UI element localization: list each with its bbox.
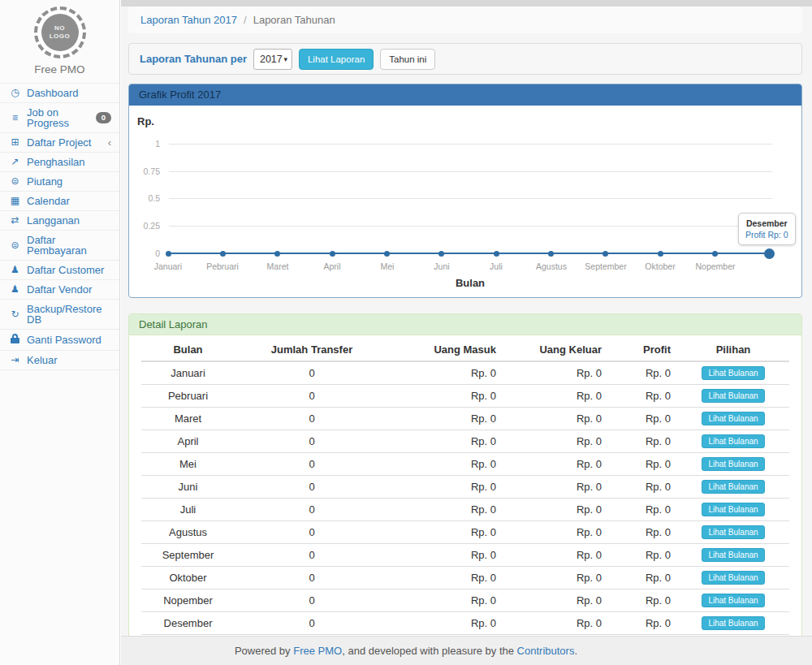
lihat-bulanan-button[interactable]: Lihat Bulanan [702, 389, 764, 403]
table-row: Oktober 0 Rp. 0 Rp. 0 Rp. 0 Lihat Bulana… [141, 567, 789, 589]
sidebar-item-daftar-project[interactable]: ⊞ Daftar Project ‹ [0, 133, 119, 153]
year-select[interactable]: 2017 ▾ [253, 49, 292, 70]
x-tick-label: Mei [360, 261, 415, 271]
data-point-mei[interactable] [384, 251, 390, 257]
dashboard-icon: ◷ [8, 88, 22, 98]
sidebar-item-keluar[interactable]: ⇥ Keluar [0, 351, 119, 370]
y-axis-title: Rp. [137, 115, 154, 127]
data-point-desember-highlighted[interactable] [764, 248, 775, 259]
sidebar-item-backup-restore-db[interactable]: ↻ Backup/Restore DB [0, 300, 119, 330]
data-point-september[interactable] [603, 251, 608, 257]
data-point-juni[interactable] [438, 251, 444, 257]
footer-text: Powered by Free PMO, and developed with … [235, 645, 577, 657]
cell-uang-masuk: Rp. 0 [389, 544, 503, 567]
table-row: Agustus 0 Rp. 0 Rp. 0 Rp. 0 Lihat Bulana… [141, 521, 789, 544]
chart-panel-title: Grafik Profit 2017 [129, 84, 801, 106]
data-point-juli[interactable] [494, 251, 499, 257]
table-row: September 0 Rp. 0 Rp. 0 Rp. 0 Lihat Bula… [141, 544, 789, 567]
cell-jumlah-transfer: 0 [235, 361, 389, 385]
top-strip [121, 0, 812, 6]
sidebar-item-label: Langganan [27, 215, 80, 226]
lihat-bulanan-button[interactable]: Lihat Bulanan [702, 503, 764, 516]
cell-uang-masuk: Rp. 0 [389, 408, 503, 430]
lihat-bulanan-button[interactable]: Lihat Bulanan [702, 412, 764, 425]
x-tick-label: Agustus [524, 261, 579, 271]
cell-bulan: Desember [141, 612, 235, 635]
data-point-maret[interactable] [274, 251, 280, 257]
cell-profit: Rp. 0 [608, 430, 677, 453]
cell-profit: Rp. 0 [608, 499, 677, 521]
money-icon: ⊜ [8, 176, 22, 187]
footer-period: . [574, 645, 577, 657]
data-point-januari[interactable] [166, 251, 171, 257]
sidebar-item-label: Daftar Customer [27, 265, 104, 275]
table-header-row: Bulan Jumlah Transfer Uang Masuk Uang Ke… [141, 339, 789, 361]
lihat-bulanan-button[interactable]: Lihat Bulanan [702, 616, 764, 630]
cell-bulan: April [141, 430, 235, 453]
table-row: Nopember 0 Rp. 0 Rp. 0 Rp. 0 Lihat Bulan… [141, 589, 789, 612]
cell-jumlah-transfer: 0 [235, 521, 389, 544]
cell-jumlah-transfer: 0 [235, 499, 389, 521]
data-point-agustus[interactable] [548, 251, 554, 257]
sidebar-nav: ◷ Dashboard ≡ Job on Progress 0 ⊞ Daftar… [0, 83, 119, 370]
lihat-bulanan-button[interactable]: Lihat Bulanan [702, 594, 764, 607]
tahun-ini-button[interactable]: Tahun ini [380, 49, 435, 70]
sidebar-item-penghasilan[interactable]: ↗ Penghasilan [0, 153, 119, 172]
cell-profit: Rp. 0 [608, 589, 677, 612]
cell-uang-keluar: Rp. 0 [503, 361, 608, 385]
gridline [169, 171, 772, 172]
footer: Powered by Free PMO, and developed with … [121, 636, 812, 665]
detail-table-wrap: Bulan Jumlah Transfer Uang Masuk Uang Ke… [129, 335, 801, 662]
sidebar-item-daftar-pembayaran[interactable]: ⊜ Daftar Pembayaran [0, 231, 119, 261]
cell-uang-masuk: Rp. 0 [389, 385, 503, 408]
cell-profit: Rp. 0 [608, 453, 677, 476]
sidebar-item-langganan[interactable]: ⇄ Langganan [0, 211, 119, 231]
tooltip-month: Desember [745, 218, 788, 228]
sidebar-item-job-on-progress[interactable]: ≡ Job on Progress 0 [0, 103, 119, 133]
sidebar-item-label: Dashboard [27, 88, 79, 98]
users-icon: ♟ [8, 284, 22, 295]
cell-uang-masuk: Rp. 0 [389, 361, 503, 385]
lihat-bulanan-button[interactable]: Lihat Bulanan [702, 525, 764, 539]
lihat-bulanan-button[interactable]: Lihat Bulanan [702, 548, 764, 562]
data-point-nopember[interactable] [712, 251, 718, 257]
detail-panel-title: Detail Laporan [129, 314, 801, 335]
footer-link-free-pmo[interactable]: Free PMO [293, 645, 342, 657]
lihat-bulanan-button[interactable]: Lihat Bulanan [702, 571, 764, 585]
lihat-bulanan-button[interactable]: Lihat Bulanan [702, 366, 764, 380]
cell-uang-keluar: Rp. 0 [503, 385, 608, 408]
sidebar-item-label: Daftar Vendor [27, 284, 92, 295]
table-row: Mei 0 Rp. 0 Rp. 0 Rp. 0 Lihat Bulanan [141, 453, 789, 476]
cell-uang-masuk: Rp. 0 [389, 612, 503, 635]
breadcrumb-link-laporan-tahun[interactable]: Laporan Tahun 2017 [140, 14, 237, 26]
cell-profit: Rp. 0 [608, 544, 677, 567]
lihat-bulanan-button[interactable]: Lihat Bulanan [702, 457, 764, 471]
sidebar-item-piutang[interactable]: ⊜ Piutang [0, 172, 119, 192]
cell-uang-keluar: Rp. 0 [503, 544, 608, 567]
gridline [169, 144, 772, 145]
data-point-april[interactable] [330, 251, 335, 257]
cell-uang-masuk: Rp. 0 [389, 521, 503, 544]
sidebar-item-calendar[interactable]: ▦ Calendar [0, 192, 119, 211]
profit-chart-panel: Grafik Profit 2017 Rp. 1 0.75 0.5 0.25 0 [128, 84, 802, 298]
breadcrumb-current: Laporan Tahunan [253, 14, 335, 26]
money-icon: ⊜ [8, 240, 22, 251]
sidebar-item-daftar-customer[interactable]: ♟ Daftar Customer [0, 261, 119, 280]
sidebar-item-ganti-password[interactable]: Ganti Password [0, 330, 119, 351]
lihat-bulanan-button[interactable]: Lihat Bulanan [702, 480, 764, 494]
data-point-oktober[interactable] [658, 251, 663, 257]
x-tick-label: Oktober [633, 261, 688, 271]
sidebar-item-dashboard[interactable]: ◷ Dashboard [0, 84, 119, 103]
cell-uang-masuk: Rp. 0 [389, 430, 503, 453]
lihat-bulanan-button[interactable]: Lihat Bulanan [702, 434, 764, 448]
lihat-laporan-button[interactable]: Lihat Laporan [299, 49, 374, 70]
footer-link-contributors[interactable]: Contributors [517, 645, 575, 657]
data-point-pebruari[interactable] [220, 251, 226, 257]
sidebar-item-daftar-vendor[interactable]: ♟ Daftar Vendor [0, 280, 119, 300]
sidebar-item-label: Daftar Pembayaran [27, 235, 111, 256]
cell-profit: Rp. 0 [608, 521, 677, 544]
no-logo-text: NO LOGO [41, 14, 79, 51]
cell-bulan: Mei [141, 453, 235, 476]
cell-jumlah-transfer: 0 [235, 589, 389, 612]
cell-jumlah-transfer: 0 [235, 567, 389, 589]
